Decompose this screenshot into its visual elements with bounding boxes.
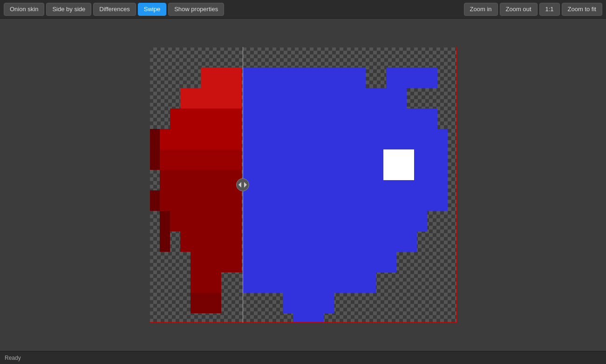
svg-rect-25 [243, 170, 448, 190]
differences-button[interactable]: Differences [93, 3, 136, 16]
svg-rect-5 [160, 129, 242, 149]
svg-rect-30 [243, 272, 376, 293]
show-properties-button[interactable]: Show properties [168, 3, 224, 16]
swipe-handle[interactable] [236, 178, 249, 191]
svg-rect-16 [150, 190, 160, 211]
svg-rect-36 [383, 149, 414, 180]
swipe-button[interactable]: Swipe [138, 3, 166, 16]
svg-rect-17 [160, 211, 170, 252]
svg-rect-15 [150, 149, 160, 170]
svg-rect-10 [180, 231, 242, 252]
svg-rect-34 [283, 293, 334, 313]
svg-rect-38 [345, 67, 386, 88]
status-bar: Ready [0, 351, 606, 364]
svg-rect-11 [191, 252, 242, 272]
svg-rect-2 [201, 67, 242, 88]
zoom-in-button[interactable]: Zoom in [464, 3, 498, 16]
svg-rect-9 [170, 211, 242, 231]
zoom-controls: Zoom in Zoom out 1:1 Zoom to fit [464, 3, 602, 16]
svg-rect-3 [180, 88, 242, 108]
svg-rect-8 [160, 190, 242, 211]
svg-rect-18 [243, 67, 284, 88]
svg-rect-27 [243, 211, 427, 231]
svg-rect-12 [191, 272, 221, 293]
onion-skin-button[interactable]: Onion skin [4, 3, 44, 16]
main-canvas-area [0, 19, 606, 351]
zoom-out-button[interactable]: Zoom out [500, 3, 538, 16]
zoom-1-1-button[interactable]: 1:1 [539, 3, 560, 16]
svg-rect-28 [243, 231, 417, 252]
svg-rect-24 [243, 149, 448, 170]
canvas-wrapper[interactable] [150, 47, 457, 323]
svg-rect-37 [284, 67, 325, 88]
pixel-art-svg [150, 47, 457, 323]
svg-rect-32 [417, 211, 427, 231]
svg-rect-21 [386, 67, 437, 88]
toolbar: Onion skin Side by side Differences Swip… [0, 0, 606, 19]
svg-rect-7 [160, 170, 242, 190]
svg-rect-13 [191, 293, 221, 313]
svg-rect-40 [366, 88, 386, 108]
svg-rect-14 [150, 129, 160, 149]
svg-rect-4 [170, 108, 242, 129]
svg-marker-42 [244, 182, 247, 188]
svg-rect-39 [325, 88, 345, 108]
svg-rect-26 [243, 190, 448, 211]
svg-marker-41 [238, 182, 241, 188]
svg-rect-33 [407, 231, 417, 252]
svg-rect-22 [243, 108, 437, 129]
svg-rect-31 [427, 190, 448, 211]
zoom-to-fit-button[interactable]: Zoom to fit [562, 3, 602, 16]
status-text: Ready [5, 355, 21, 361]
svg-rect-35 [293, 313, 324, 323]
side-by-side-button[interactable]: Side by side [46, 3, 91, 16]
svg-rect-23 [243, 129, 448, 149]
svg-rect-6 [160, 149, 242, 170]
svg-rect-29 [243, 252, 396, 272]
